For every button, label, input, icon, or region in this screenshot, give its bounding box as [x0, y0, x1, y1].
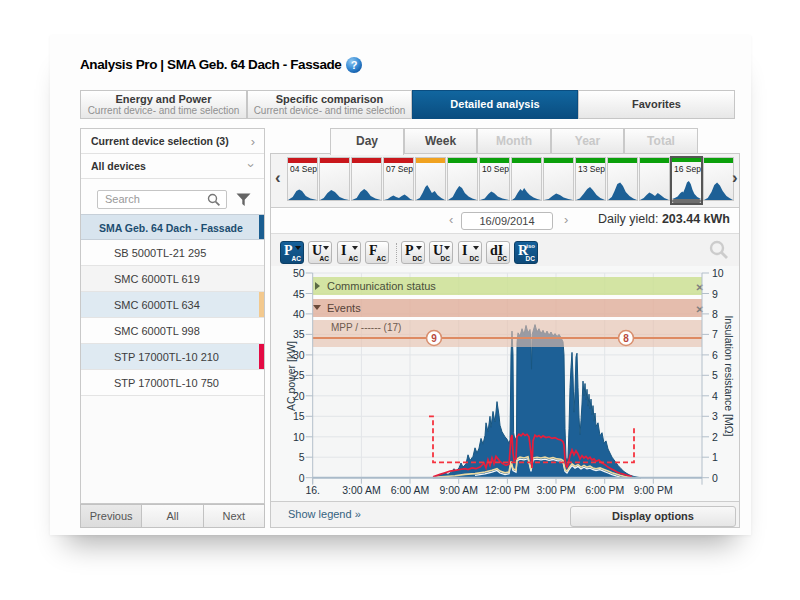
svg-text:16.: 16. — [305, 484, 320, 496]
svg-text:9: 9 — [712, 288, 718, 300]
svg-text:8: 8 — [623, 333, 629, 344]
svg-text:0: 0 — [299, 472, 305, 484]
svg-text:10: 10 — [293, 431, 305, 443]
svg-text:4: 4 — [712, 390, 718, 402]
svg-text:✕: ✕ — [696, 304, 704, 315]
svg-text:10: 10 — [712, 267, 724, 279]
svg-text:6:00 AM: 6:00 AM — [391, 484, 430, 496]
svg-text:9:00 PM: 9:00 PM — [634, 484, 673, 496]
svg-text:9: 9 — [431, 333, 437, 344]
svg-text:3: 3 — [712, 410, 718, 422]
svg-text:35: 35 — [293, 328, 305, 340]
svg-text:Communication status: Communication status — [327, 280, 436, 292]
svg-text:Insulation resistance [MΩ]: Insulation resistance [MΩ] — [723, 315, 735, 436]
svg-text:5: 5 — [712, 369, 718, 381]
svg-text:50: 50 — [293, 267, 305, 279]
svg-text:45: 45 — [293, 288, 305, 300]
svg-text:MPP / ------ (17): MPP / ------ (17) — [331, 322, 401, 333]
svg-text:9:00 AM: 9:00 AM — [439, 484, 478, 496]
svg-text:3:00 AM: 3:00 AM — [342, 484, 381, 496]
svg-text:✕: ✕ — [696, 282, 704, 293]
svg-text:6:00 PM: 6:00 PM — [585, 484, 624, 496]
svg-text:7: 7 — [712, 328, 718, 340]
svg-text:Events: Events — [327, 302, 361, 314]
svg-text:15: 15 — [293, 410, 305, 422]
svg-text:12:00 PM: 12:00 PM — [485, 484, 530, 496]
svg-text:40: 40 — [293, 308, 305, 320]
svg-text:0: 0 — [712, 472, 718, 484]
svg-text:8: 8 — [712, 308, 718, 320]
svg-text:5: 5 — [299, 451, 305, 463]
svg-text:AC power [kW]: AC power [kW] — [285, 341, 297, 411]
svg-text:2: 2 — [712, 431, 718, 443]
svg-text:1: 1 — [712, 451, 718, 463]
svg-text:3:00 PM: 3:00 PM — [536, 484, 575, 496]
svg-text:6: 6 — [712, 349, 718, 361]
